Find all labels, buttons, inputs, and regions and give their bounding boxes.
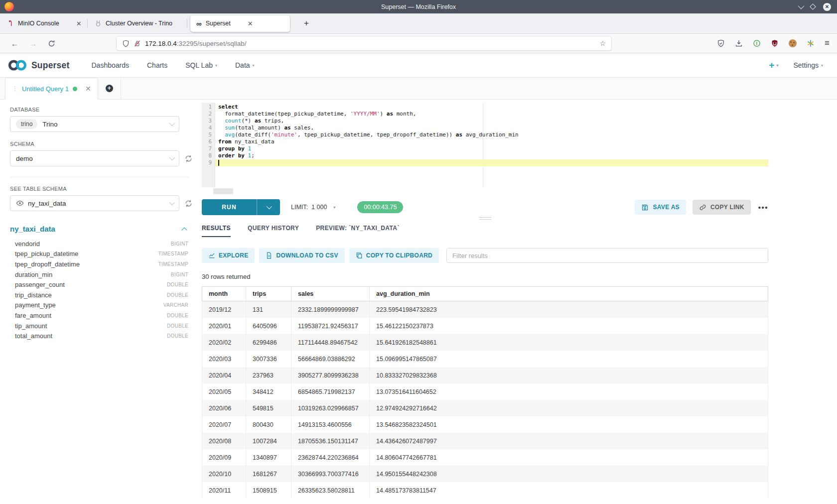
window-minimize-icon[interactable]	[798, 3, 805, 9]
green-extension-icon[interactable]	[753, 39, 761, 47]
table-row[interactable]: 2020/0780043014913153.460055613.54682358…	[202, 416, 768, 433]
query-tab-untitled-query-1[interactable]: ⋮ Untitled Query 1 ✕	[5, 78, 98, 100]
new-tab-button[interactable]: +	[300, 18, 313, 28]
reload-icon[interactable]	[48, 40, 55, 47]
drag-grip-icon[interactable]: ⋮	[12, 85, 18, 92]
table-row[interactable]: 2020/016405096119538721.9245631715.46122…	[202, 318, 768, 334]
url-bar[interactable]: 172.18.0.4:32295/superset/sqllab/ ☆	[116, 36, 612, 51]
refresh-tables-icon[interactable]	[184, 199, 193, 208]
table-column-row[interactable]: tpep_pickup_datetimeTIMESTAMP	[10, 249, 188, 259]
code-token: ny_taxi_data	[232, 138, 275, 145]
back-icon[interactable]: ←	[11, 39, 18, 48]
table-name-heading[interactable]: ny_taxi_data	[10, 225, 55, 233]
column-name: duration_min	[15, 271, 52, 278]
download-csv-button[interactable]: DOWNLOAD TO CSV	[259, 248, 344, 263]
run-button[interactable]: RUN	[202, 199, 280, 215]
table-row[interactable]: 2020/0654981510319263.02996685712.974924…	[202, 400, 768, 416]
table-column-row[interactable]: total_amountDOUBLE	[10, 331, 188, 341]
table-row[interactable]: 2020/042379633905277.809993623810.833327…	[202, 367, 768, 383]
table-schema-select[interactable]: ny_taxi_data	[10, 195, 179, 211]
forward-icon[interactable]: →	[29, 39, 37, 48]
tab-query-history[interactable]: QUERY HISTORY	[248, 225, 299, 237]
editor-code-line[interactable]: format_datetime(tpep_pickup_datetime, 'Y…	[215, 111, 768, 118]
column-header-trips[interactable]: trips	[246, 287, 291, 301]
table-cell: 800430	[246, 416, 291, 433]
table-column-row[interactable]: vendoridBIGINT	[10, 239, 188, 249]
settings-menu[interactable]: Settings▾	[793, 61, 823, 69]
sql-editor[interactable]: 123456789 select format_datetime(tpep_pi…	[202, 103, 768, 187]
window-close-icon[interactable]: ✕	[823, 3, 831, 11]
table-column-row[interactable]: duration_minBIGINT	[10, 269, 188, 280]
table-column-row[interactable]: fare_amountDOUBLE	[10, 310, 188, 321]
schema-select[interactable]: demo	[10, 150, 179, 166]
editor-code-line[interactable]: group by 1	[215, 145, 768, 152]
copy-link-button[interactable]: COPY LINK	[693, 200, 751, 215]
tab-close-icon[interactable]: ✕	[248, 20, 253, 27]
window-maximize-icon[interactable]	[810, 3, 816, 10]
browser-tab-trino[interactable]: Cluster Overview - Trino ✕	[88, 13, 187, 33]
database-select[interactable]: trino Trino	[10, 116, 179, 132]
editor-code-line[interactable]	[215, 159, 768, 166]
browser-tab-minio[interactable]: MinIO Console ✕	[0, 13, 88, 33]
add-query-tab-button[interactable]: +	[98, 78, 121, 99]
editor-code-line[interactable]: sum(total_amount) as sales,	[215, 125, 768, 131]
column-header-avg_duration_min[interactable]: avg_duration_min	[370, 287, 768, 301]
save-as-button[interactable]: SAVE AS	[635, 200, 686, 215]
pane-resize-grip[interactable]	[479, 217, 491, 220]
insecure-lock-icon[interactable]	[134, 40, 141, 47]
new-item-plus-button[interactable]: +▾	[769, 60, 778, 71]
tab-results[interactable]: RESULTS	[202, 225, 231, 237]
code-token: as	[255, 118, 261, 124]
tab-preview-table[interactable]: PREVIEW: `NY_TAXI_DATA`	[316, 225, 400, 237]
table-column-row[interactable]: trip_distanceDOUBLE	[10, 290, 188, 300]
editor-code-line[interactable]: avg(date_diff('minute', tpep_pickup_date…	[215, 131, 768, 138]
tracking-protection-shield-icon[interactable]	[122, 40, 130, 47]
downloads-icon[interactable]	[735, 39, 743, 47]
table-row[interactable]: 2020/053484126854865.71998213713.0735164…	[202, 383, 768, 400]
nav-item-sql-lab[interactable]: SQL Lab▾	[185, 61, 217, 69]
table-row[interactable]: 2020/09134089723628744.22023686414.80604…	[202, 449, 768, 466]
table-row[interactable]: 2020/08100728418705536.15013114714.43642…	[202, 433, 768, 449]
table-column-row[interactable]: tpep_dropoff_datetimeTIMESTAMP	[10, 259, 188, 269]
superset-brand[interactable]: Superset	[7, 59, 70, 72]
nav-item-charts[interactable]: Charts	[147, 61, 167, 69]
editor-code-line[interactable]: count(*) as trips,	[215, 118, 768, 125]
hscrollbar-thumb[interactable]	[213, 188, 233, 194]
cookie-extension-icon[interactable]	[789, 39, 797, 47]
more-options-button[interactable]: •••	[758, 203, 768, 212]
query-tab-close-icon[interactable]: ✕	[85, 85, 91, 93]
ublock-origin-icon[interactable]	[771, 39, 779, 47]
collapse-chevron-icon[interactable]	[181, 227, 187, 233]
table-row[interactable]: 2020/10168126730366993.70037741614.95015…	[202, 466, 768, 482]
table-column-row[interactable]: payment_typeVARCHAR	[10, 300, 188, 311]
run-button-label[interactable]: RUN	[202, 199, 257, 215]
table-column-row[interactable]: passenger_countDOUBLE	[10, 279, 188, 290]
table-row[interactable]: 2020/11150891526335623.5802881114.485173…	[202, 482, 768, 499]
table-column-row[interactable]: tip_amountDOUBLE	[10, 321, 188, 331]
editor-code-line[interactable]: from ny_taxi_data	[215, 138, 768, 145]
explore-button[interactable]: EXPLORE	[202, 248, 255, 263]
copy-to-clipboard-button[interactable]: COPY TO CLIPBOARD	[349, 248, 439, 263]
editor-code-line[interactable]: select	[215, 104, 768, 111]
filter-results-input[interactable]	[446, 248, 768, 263]
table-row[interactable]: 2019/121312332.1899999999987223.59541984…	[202, 301, 768, 318]
url-text[interactable]: 172.18.0.4:32295/superset/sqllab/	[145, 40, 246, 47]
run-options-caret[interactable]	[257, 199, 280, 215]
browser-tab-superset[interactable]: ∞ Superset ✕	[190, 15, 290, 32]
nav-item-data[interactable]: Data▾	[235, 61, 255, 69]
menu-hamburger-icon[interactable]: ≡	[825, 38, 830, 48]
limit-dropdown[interactable]: LIMIT: 1 000 ▾	[291, 204, 335, 211]
nav-item-dashboards[interactable]: Dashboards	[92, 61, 130, 69]
column-header-month[interactable]: month	[202, 287, 246, 301]
shield-check-extension-icon[interactable]	[717, 39, 725, 47]
table-row[interactable]: 2020/026299486117114448.8946754215.64192…	[202, 334, 768, 351]
colorful-asterisk-extension-icon[interactable]	[807, 39, 815, 47]
bookmark-star-icon[interactable]: ☆	[599, 39, 606, 47]
editor-hscrollbar[interactable]	[202, 187, 768, 195]
editor-code-line[interactable]: order by 1;	[215, 152, 768, 159]
column-header-sales[interactable]: sales	[291, 287, 370, 301]
editor-code-area[interactable]: select format_datetime(tpep_pickup_datet…	[215, 103, 768, 187]
refresh-schemas-icon[interactable]	[184, 154, 193, 163]
tab-close-icon[interactable]: ✕	[76, 20, 82, 27]
table-row[interactable]: 2020/03300733656664869.0388629215.096995…	[202, 351, 768, 367]
